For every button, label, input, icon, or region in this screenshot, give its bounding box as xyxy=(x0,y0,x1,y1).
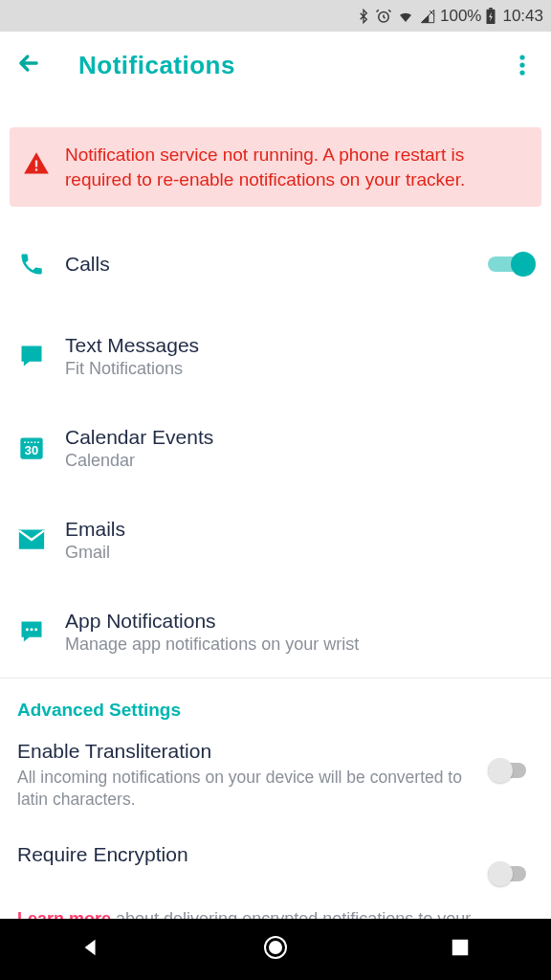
encryption-toggle[interactable] xyxy=(488,860,534,887)
svg-rect-7 xyxy=(35,161,37,167)
android-status-bar: 100% 10:43 xyxy=(0,0,551,32)
svg-point-18 xyxy=(34,628,37,631)
svg-point-11 xyxy=(24,442,26,444)
row-label: Require Encryption xyxy=(17,843,465,866)
svg-point-12 xyxy=(28,442,30,444)
row-sub: Gmail xyxy=(65,543,534,563)
android-nav-bar xyxy=(0,919,551,980)
transliteration-toggle[interactable] xyxy=(488,757,534,784)
svg-rect-8 xyxy=(35,168,37,170)
svg-point-13 xyxy=(31,442,33,444)
chat-icon xyxy=(17,342,46,370)
row-sub: Fit Notifications xyxy=(65,359,534,379)
battery-icon xyxy=(485,8,496,25)
row-label: App Notifications xyxy=(65,610,534,633)
phone-icon xyxy=(17,250,46,278)
row-calls[interactable]: Calls xyxy=(0,218,551,310)
svg-point-16 xyxy=(26,628,29,631)
alarm-icon xyxy=(375,8,392,25)
bluetooth-icon xyxy=(356,8,371,25)
svg-point-20 xyxy=(270,942,281,953)
row-text-messages[interactable]: Text Messages Fit Notifications xyxy=(0,310,551,402)
wifi-icon xyxy=(396,9,415,24)
svg-rect-21 xyxy=(452,940,469,956)
svg-point-17 xyxy=(30,628,33,631)
nav-recent-icon[interactable] xyxy=(450,937,471,962)
svg-text:30: 30 xyxy=(25,443,38,457)
row-sub: Calendar xyxy=(65,451,534,471)
row-sub: All incoming notifications on your devic… xyxy=(17,767,465,811)
row-emails[interactable]: Emails Gmail xyxy=(0,494,551,586)
row-label: Enable Transliteration xyxy=(17,740,465,763)
warning-triangle-icon xyxy=(23,150,50,181)
signal-icon xyxy=(419,9,436,24)
row-label: Calls xyxy=(65,253,488,276)
row-calendar[interactable]: 30 Calendar Events Calendar xyxy=(0,402,551,494)
calendar-icon: 30 xyxy=(17,434,46,462)
svg-point-4 xyxy=(519,55,524,59)
svg-rect-3 xyxy=(490,8,494,10)
calls-toggle[interactable] xyxy=(488,251,534,278)
clock-text: 10:43 xyxy=(502,7,543,26)
nav-back-icon[interactable] xyxy=(80,937,101,962)
warning-text: Notification service not running. A phon… xyxy=(65,143,526,191)
svg-point-15 xyxy=(37,442,39,444)
page-title: Notifications xyxy=(78,51,235,80)
apps-icon xyxy=(17,617,46,646)
back-arrow-icon[interactable] xyxy=(15,50,42,80)
mail-icon xyxy=(17,525,46,554)
row-app-notifications[interactable]: App Notifications Manage app notificatio… xyxy=(0,586,551,678)
row-label: Emails xyxy=(65,518,534,541)
overflow-menu-icon[interactable] xyxy=(509,52,536,78)
svg-point-14 xyxy=(34,442,36,444)
app-bar: Notifications xyxy=(0,32,551,99)
row-label: Calendar Events xyxy=(65,426,534,449)
warning-banner: Notification service not running. A phon… xyxy=(10,127,541,207)
row-label: Text Messages xyxy=(65,334,534,357)
battery-percent: 100% xyxy=(440,7,481,26)
section-advanced-title: Advanced Settings xyxy=(0,679,551,730)
svg-point-5 xyxy=(519,62,524,67)
row-sub: Manage app notifications on your wrist xyxy=(65,635,534,655)
row-transliteration[interactable]: Enable Transliteration All incoming noti… xyxy=(0,730,551,818)
row-encryption[interactable]: Require Encryption xyxy=(0,818,551,895)
svg-point-6 xyxy=(519,70,524,75)
nav-home-icon[interactable] xyxy=(262,934,289,965)
